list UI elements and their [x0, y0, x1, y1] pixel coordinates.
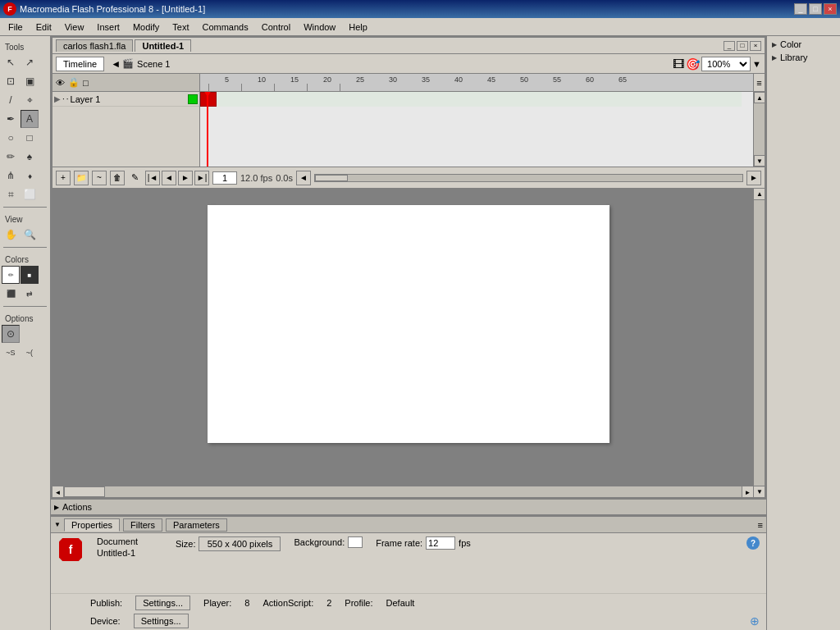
- help-icon[interactable]: ?: [746, 536, 760, 550]
- lock-icon[interactable]: 🔒: [68, 77, 80, 88]
- menu-file[interactable]: File: [2, 19, 30, 35]
- menu-help[interactable]: Help: [342, 19, 374, 35]
- timeline-scroll-options[interactable]: ≡: [753, 74, 765, 91]
- stage-scroll-track[interactable]: [754, 200, 765, 486]
- oval-tool[interactable]: ○: [2, 129, 20, 147]
- prev-frame-btn[interactable]: ◄: [162, 171, 176, 185]
- framerate-input[interactable]: [426, 536, 455, 550]
- expand-icon[interactable]: ⊕: [750, 614, 760, 628]
- subselect-tool[interactable]: ↗: [21, 53, 39, 71]
- stage-vscroll[interactable]: ▲ ▼: [753, 189, 765, 497]
- freetransform-tool[interactable]: ⊡: [2, 72, 20, 90]
- menu-control[interactable]: Control: [255, 19, 297, 35]
- stroke-color-btn[interactable]: ✏: [2, 266, 20, 284]
- background-swatch[interactable]: [348, 536, 363, 548]
- hand-tool[interactable]: ✋: [2, 226, 20, 244]
- timeline-scrollbar[interactable]: [314, 174, 743, 182]
- player-label: Player:: [203, 598, 231, 608]
- size-btn[interactable]: 550 x 400 pixels: [199, 536, 281, 551]
- stage-canvas[interactable]: [208, 205, 609, 443]
- scroll-down-btn[interactable]: ▼: [754, 155, 765, 167]
- menu-commands[interactable]: Commands: [195, 19, 254, 35]
- color-panel-header[interactable]: ▶ Color: [769, 38, 838, 51]
- text-tool[interactable]: A: [21, 110, 39, 128]
- scroll-right-btn[interactable]: ►: [746, 171, 761, 185]
- add-folder-btn[interactable]: 📁: [74, 171, 89, 185]
- outline-icon[interactable]: □: [83, 78, 89, 88]
- layer-vis-icon[interactable]: ·: [62, 94, 65, 103]
- delete-layer-btn[interactable]: 🗑: [110, 171, 125, 185]
- stage-scroll-down[interactable]: ▼: [754, 486, 765, 497]
- menu-edit[interactable]: Edit: [30, 19, 58, 35]
- menu-view[interactable]: View: [58, 19, 91, 35]
- rect-tool[interactable]: □: [21, 129, 39, 147]
- zoom-tool[interactable]: 🔍: [21, 226, 39, 244]
- layer-name[interactable]: Layer 1: [71, 94, 186, 104]
- inkbottle-tool[interactable]: ⋔: [2, 167, 20, 185]
- swap-colors-btn[interactable]: ⇄: [21, 285, 39, 303]
- menu-text[interactable]: Text: [166, 19, 195, 35]
- paintbucket-tool[interactable]: ⬧: [21, 167, 39, 185]
- tab-filters[interactable]: Filters: [123, 518, 162, 532]
- stage-hscroll[interactable]: ◄ ►: [52, 486, 753, 497]
- menu-insert[interactable]: Insert: [90, 19, 126, 35]
- window-controls[interactable]: _ □ ×: [794, 3, 837, 15]
- frame-number-input[interactable]: [212, 171, 237, 185]
- play-btn[interactable]: ►: [178, 171, 193, 185]
- empty-frames[interactable]: [217, 92, 742, 107]
- add-motion-btn[interactable]: ~: [92, 171, 107, 185]
- flash-restore-btn[interactable]: □: [737, 41, 748, 51]
- minimize-button[interactable]: _: [794, 3, 807, 15]
- scroll-left-btn[interactable]: ◄: [296, 171, 311, 185]
- next-frame-btn[interactable]: ►|: [194, 171, 209, 185]
- stage-scroll-up[interactable]: ▲: [754, 189, 765, 200]
- flash-close-btn[interactable]: ×: [750, 41, 761, 51]
- stage-hscroll-track[interactable]: [64, 486, 742, 497]
- maximize-button[interactable]: □: [809, 3, 822, 15]
- stage-scroll-right[interactable]: ►: [742, 486, 753, 497]
- eyedropper-tool[interactable]: ⌗: [2, 185, 20, 203]
- tab-parameters[interactable]: Parameters: [166, 518, 227, 532]
- frames-panel[interactable]: [200, 92, 753, 167]
- scroll-track[interactable]: [754, 103, 765, 155]
- first-frame-btn[interactable]: |◄: [145, 171, 160, 185]
- pen-tool[interactable]: ✒: [2, 110, 20, 128]
- zoom-dropdown-icon[interactable]: ▼: [752, 59, 761, 69]
- zoom-select[interactable]: 100% 25% 50% 75% 150% 200% 400%: [701, 57, 751, 71]
- tab-properties[interactable]: Properties: [64, 518, 120, 532]
- flash-minimize-btn[interactable]: _: [724, 41, 735, 51]
- menu-modify[interactable]: Modify: [126, 19, 166, 35]
- settings-btn2[interactable]: Settings...: [134, 614, 189, 628]
- gradient-tool[interactable]: ▣: [21, 72, 39, 90]
- smooth-btn[interactable]: ~S: [2, 344, 20, 362]
- line-tool[interactable]: /: [2, 91, 20, 109]
- edit-frames-icon[interactable]: ✎: [131, 172, 139, 183]
- tab-carlos[interactable]: carlos flash1.fla: [56, 39, 133, 52]
- prop-collapse-arrow[interactable]: ▼: [54, 521, 61, 528]
- default-colors-btn[interactable]: ⬛: [2, 285, 20, 303]
- brush-tool[interactable]: ♠: [21, 148, 39, 166]
- lasso-tool[interactable]: ⌖: [21, 91, 39, 109]
- prop-options-icon[interactable]: ≡: [758, 520, 763, 530]
- fill-color-btn[interactable]: ■: [21, 266, 39, 284]
- eraser-tool[interactable]: ⬜: [21, 185, 39, 203]
- settings-btn1[interactable]: Settings...: [135, 596, 190, 610]
- pencil-tool[interactable]: ✏: [2, 148, 20, 166]
- stage-scroll-left[interactable]: ◄: [52, 486, 64, 497]
- straighten-btn[interactable]: ~(: [21, 344, 39, 362]
- nav-back-icon[interactable]: ◄: [111, 58, 121, 70]
- menu-window[interactable]: Window: [297, 19, 342, 35]
- tab-untitled[interactable]: Untitled-1: [135, 39, 191, 52]
- layer-lock-icon[interactable]: ·: [66, 94, 69, 103]
- arrow-tool[interactable]: ↖: [2, 53, 20, 71]
- timeline-button[interactable]: Timeline: [56, 57, 104, 71]
- add-layer-btn[interactable]: +: [56, 171, 71, 185]
- flash-win-controls[interactable]: _ □ ×: [724, 41, 761, 51]
- library-panel-header[interactable]: ▶ Library: [769, 51, 838, 64]
- scroll-up-btn[interactable]: ▲: [754, 92, 765, 103]
- snap-magnet-btn[interactable]: ⊙: [2, 325, 20, 343]
- stage-area[interactable]: ▲ ▼ ◄ ►: [52, 189, 765, 497]
- close-button[interactable]: ×: [824, 3, 837, 15]
- actions-arrow-icon[interactable]: ▶: [54, 504, 59, 511]
- eye-icon[interactable]: 👁: [56, 78, 65, 88]
